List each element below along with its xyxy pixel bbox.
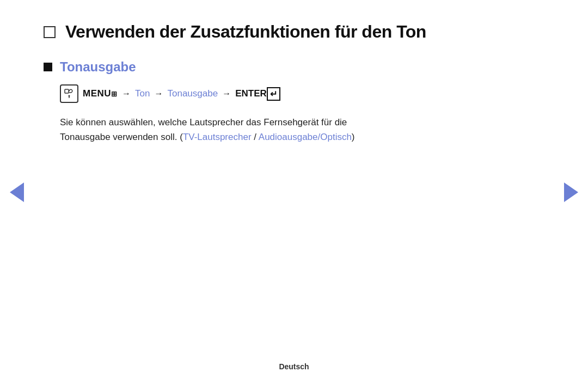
page-container: Verwenden der Zusatzfunktionen für den T… [0, 0, 588, 384]
desc-line1: Sie können auswählen, welche Lautspreche… [60, 117, 347, 127]
title-row: Verwenden der Zusatzfunktionen für den T… [44, 22, 544, 42]
menu-icon [60, 84, 78, 103]
description: Sie können auswählen, welche Lautspreche… [60, 115, 544, 144]
enter-box: ↵ [267, 87, 280, 101]
desc-link-audio[interactable]: Audioausgabe/Optisch [259, 132, 352, 142]
svg-point-1 [69, 95, 70, 97]
title-checkbox [44, 26, 56, 38]
menu-label: MENU⊞ [83, 88, 118, 99]
nav-right-arrow[interactable] [564, 182, 578, 202]
desc-line2-post: ) [352, 132, 355, 142]
menu-path: MENU⊞ → Ton → Tonausgabe → ENTER↵ [60, 84, 544, 103]
menu-arrow-1: → [122, 89, 131, 99]
desc-link-tv[interactable]: TV-Lautsprecher [183, 132, 252, 142]
section-title: Tonausgabe [60, 59, 136, 75]
svg-rect-0 [65, 89, 69, 93]
footer-language: Deutsch [279, 362, 309, 371]
section-header: Tonausgabe [44, 59, 544, 75]
menu-tonausgabe-link[interactable]: Tonausgabe [167, 88, 218, 99]
nav-left-arrow[interactable] [10, 182, 24, 202]
menu-enter: ENTER↵ [235, 87, 280, 101]
section-square [44, 63, 52, 71]
desc-separator: / [252, 132, 259, 142]
menu-arrow-3: → [222, 89, 231, 99]
page-title: Verwenden der Zusatzfunktionen für den T… [65, 22, 426, 42]
desc-line2-pre: Tonausgabe verwenden soll. ( [60, 132, 183, 142]
menu-arrow-2: → [154, 89, 163, 99]
menu-ton-link[interactable]: Ton [135, 88, 150, 99]
